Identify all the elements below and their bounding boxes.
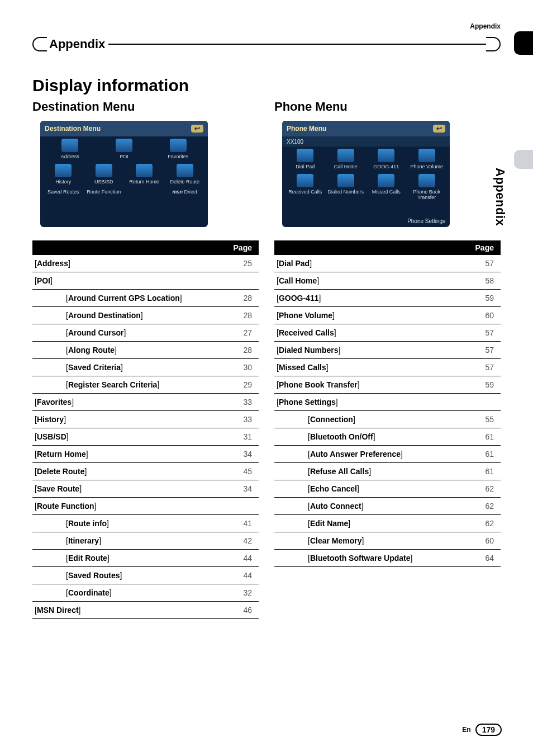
tile-favorites: Favorites bbox=[151, 139, 204, 159]
dest-row1: Address POI Favorites bbox=[40, 136, 208, 162]
page-cell: 57 bbox=[471, 255, 501, 272]
table-row: [Around Cursor]27 bbox=[32, 324, 259, 342]
entry-cell: [USB/SD] bbox=[32, 428, 229, 446]
entry-cell: [POI] bbox=[32, 272, 229, 290]
entry-cell: [Auto Answer Preference] bbox=[274, 446, 471, 463]
page-cell: 28 bbox=[229, 342, 259, 359]
address-icon bbox=[61, 139, 78, 152]
tile-label: Favorites bbox=[168, 154, 188, 159]
tile-delete-route: Delete Route bbox=[165, 164, 205, 185]
table-row: [Itinerary]42 bbox=[32, 532, 259, 550]
left-column: Destination Menu Destination Menu ↩ Addr… bbox=[32, 100, 259, 619]
tile-missed-calls: Missed Calls bbox=[367, 174, 406, 200]
entry-cell: [Phone Book Transfer] bbox=[274, 376, 471, 394]
table-row: [Around Current GPS Location]28 bbox=[32, 290, 259, 307]
page-cell: 34 bbox=[229, 446, 259, 463]
chapter-title: Appendix bbox=[47, 37, 111, 51]
tile-received-calls: Received Calls bbox=[285, 174, 325, 200]
table-row: [MSN Direct]46 bbox=[32, 602, 259, 619]
dest-shot-title: Destination Menu bbox=[45, 125, 101, 133]
tile-saved-routes: Saved Routes bbox=[44, 189, 83, 195]
tile-label: USB/SD bbox=[94, 179, 113, 185]
page-cell bbox=[471, 394, 501, 411]
table-row: [Dialed Numbers]57 bbox=[274, 342, 501, 359]
entry-cell: [MSN Direct] bbox=[32, 602, 229, 619]
phone-menu-heading: Phone Menu bbox=[274, 100, 501, 114]
tile-label: Received Calls bbox=[288, 189, 322, 195]
table-row: [Return Home]34 bbox=[32, 446, 259, 463]
msn-direct-label: Direct bbox=[184, 189, 198, 195]
pill-cap-left bbox=[32, 37, 47, 51]
table-row: [Route info]41 bbox=[32, 515, 259, 532]
tile-phone-volume: Phone Volume bbox=[407, 149, 447, 169]
page-cell: 62 bbox=[471, 515, 501, 532]
page-cell: 57 bbox=[471, 342, 501, 359]
entry-cell: [Address] bbox=[32, 255, 229, 272]
entry-cell: [Edit Route] bbox=[32, 550, 229, 567]
pill-line bbox=[108, 44, 486, 45]
entry-cell: [Phone Volume] bbox=[274, 307, 471, 324]
entry-cell: [Received Calls] bbox=[274, 324, 471, 342]
page-cell: 31 bbox=[229, 428, 259, 446]
destination-index-table: Page [Address]25[POI][Around Current GPS… bbox=[32, 240, 259, 619]
right-table-body: [Dial Pad]57[Call Home]58[GOOG-411]59[Ph… bbox=[274, 255, 501, 567]
col-header-page: Page bbox=[471, 240, 501, 255]
entry-cell: [Register Search Criteria] bbox=[32, 376, 229, 394]
table-row: [Save Route]34 bbox=[32, 480, 259, 498]
page-cell: 44 bbox=[229, 567, 259, 584]
entry-cell: [Dial Pad] bbox=[274, 255, 471, 272]
favorites-icon bbox=[170, 139, 187, 152]
table-row: [History]33 bbox=[32, 411, 259, 428]
page-cell: 62 bbox=[471, 480, 501, 498]
page-cell: 27 bbox=[229, 324, 259, 342]
tile-label: History bbox=[55, 179, 71, 185]
table-row: [Along Route]28 bbox=[32, 342, 259, 359]
table-row: [GOOG-411]59 bbox=[274, 290, 501, 307]
tile-dialed-numbers: Dialed Numbers bbox=[326, 174, 366, 200]
dialpad-icon bbox=[297, 149, 313, 162]
tile-label: Route Function bbox=[87, 189, 121, 195]
page-cell: 60 bbox=[471, 532, 501, 550]
black-side-tab bbox=[514, 31, 533, 55]
entry-cell: [Saved Routes] bbox=[32, 567, 229, 584]
table-row: [Coordinate]32 bbox=[32, 584, 259, 602]
usb-icon bbox=[96, 164, 112, 177]
delete-route-icon bbox=[177, 164, 193, 177]
page-cell: 60 bbox=[471, 307, 501, 324]
table-row: [Dial Pad]57 bbox=[274, 255, 501, 272]
table-row: [USB/SD]31 bbox=[32, 428, 259, 446]
page-cell bbox=[229, 498, 259, 515]
tile-address: Address bbox=[44, 139, 97, 159]
entry-cell: [Along Route] bbox=[32, 342, 229, 359]
page-cell: 29 bbox=[229, 376, 259, 394]
msn-logo: msn bbox=[172, 189, 183, 195]
page-number: 179 bbox=[475, 724, 502, 736]
page-cell: 41 bbox=[229, 515, 259, 532]
left-table-body: [Address]25[POI][Around Current GPS Loca… bbox=[32, 255, 259, 619]
table-row: [Echo Cancel]62 bbox=[274, 480, 501, 498]
page-cell: 25 bbox=[229, 255, 259, 272]
dest-row3: Saved Routes Route Function msn Direct bbox=[40, 187, 208, 197]
tile-usbsd: USB/SD bbox=[84, 164, 124, 185]
phone-shot-footer: Phone Settings bbox=[282, 215, 450, 227]
chapter-header: Appendix bbox=[32, 37, 501, 51]
table-row: [Around Destination]28 bbox=[32, 307, 259, 324]
top-appendix-label: Appendix bbox=[470, 22, 501, 30]
table-row: [Clear Memory]60 bbox=[274, 532, 501, 550]
page-root: Appendix Appendix Appendix Display infor… bbox=[0, 0, 533, 756]
page-cell: 61 bbox=[471, 446, 501, 463]
entry-cell: [Route info] bbox=[32, 515, 229, 532]
tile-label: Phone Volume bbox=[410, 164, 443, 169]
poi-icon bbox=[116, 139, 132, 152]
phone-shot-title: Phone Menu bbox=[287, 125, 326, 133]
entry-cell: [Itinerary] bbox=[32, 532, 229, 550]
callhome-icon bbox=[337, 149, 354, 162]
col-header-blank bbox=[274, 240, 471, 255]
table-row: [Refuse All Calls]61 bbox=[274, 463, 501, 480]
destination-menu-screenshot: Destination Menu ↩ Address POI Favorites… bbox=[40, 121, 208, 227]
tile-label: Saved Routes bbox=[47, 189, 79, 195]
tile-msn: msn Direct bbox=[165, 189, 205, 195]
tile-label: Call Home bbox=[334, 164, 358, 169]
table-row: [Favorites]33 bbox=[32, 394, 259, 411]
table-row: [Edit Name]62 bbox=[274, 515, 501, 532]
